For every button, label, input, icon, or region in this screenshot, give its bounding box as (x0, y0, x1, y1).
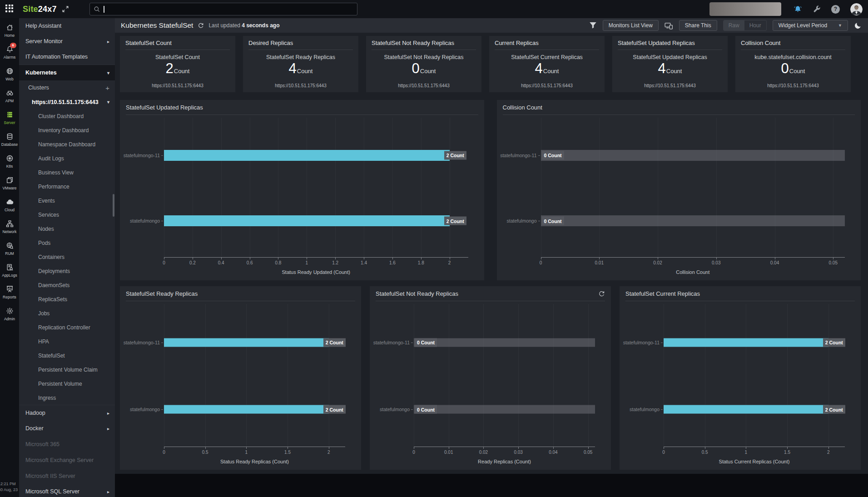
bar[interactable] (164, 150, 450, 161)
notifications-bell-icon[interactable] (794, 5, 802, 14)
stat-card-monitor-link[interactable]: https://10.51.51.175:6443 (495, 83, 599, 88)
stat-card-metric-label: StatefulSet Ready Replicas (248, 54, 353, 60)
sidebar-item-nodes[interactable]: Nodes (19, 222, 115, 236)
rail-item-reports[interactable]: Reports (0, 285, 19, 307)
sidebar-item-label: Namespace Dashboard (38, 141, 95, 148)
rail-item-server[interactable]: Server (0, 111, 19, 133)
sidebar-item-cluster-dashboard[interactable]: Cluster Dashboard (19, 109, 115, 123)
dark-mode-moon-icon[interactable] (854, 22, 862, 30)
sidebar-item-persistent-volume[interactable]: Persistent Volume (19, 377, 115, 391)
sidebar-item-docker[interactable]: Docker▸ (19, 421, 115, 436)
sidebar-item-kubernetes[interactable]: Kubernetes▾ (19, 65, 115, 80)
sidebar-item-microsoft-exchange-server[interactable]: Microsoft Exchange Server (19, 452, 115, 468)
rail-item-cloud[interactable]: Cloud (0, 198, 19, 220)
bar[interactable] (664, 338, 828, 347)
tick-mark (553, 447, 554, 449)
sidebar-item-ingress[interactable]: Ingress (19, 391, 115, 405)
sidebar-item-server-monitor[interactable]: Server Monitor▸ (19, 34, 115, 49)
stat-card-monitor-link[interactable]: https://10.51.51.175:6443 (741, 83, 845, 88)
sidebar-item-jobs[interactable]: Jobs (19, 306, 115, 320)
raw-toggle-option[interactable]: Raw (724, 20, 744, 30)
sidebar-item-events[interactable]: Events (19, 194, 115, 208)
sidebar-item-deployments[interactable]: Deployments (19, 264, 115, 278)
search-input[interactable] (104, 5, 353, 13)
sidebar-item-replicasets[interactable]: ReplicaSets (19, 292, 115, 306)
rail-item-label: Reports (3, 295, 16, 299)
tick-label: 1.5 (284, 450, 291, 455)
sidebar-item-namespace-dashboard[interactable]: Namespace Dashboard (19, 137, 115, 151)
sidebar-item-daemonsets[interactable]: DaemonSets (19, 278, 115, 292)
tools-wrench-icon[interactable] (813, 5, 821, 13)
bar[interactable] (664, 405, 828, 414)
rail-item-apm[interactable]: APM (0, 89, 19, 111)
help-icon[interactable]: ? (831, 5, 840, 14)
stat-card-monitor-link[interactable]: https://10.51.51.175:6443 (125, 83, 230, 88)
sidebar-item-hpa[interactable]: HPA (19, 334, 115, 348)
stat-card-monitor-link[interactable]: https://10.51.51.175:6443 (372, 83, 476, 88)
rail-item-network[interactable]: Network (0, 220, 19, 242)
devices-icon[interactable] (665, 22, 673, 30)
sidebar: Help AssistantServer Monitor▸IT Automati… (19, 18, 115, 497)
rail-item-applogs[interactable]: AppLogs (0, 263, 19, 285)
sidebar-item-pods[interactable]: Pods (19, 236, 115, 250)
apm-icon (6, 89, 14, 97)
monitors-list-view-button[interactable]: Monitors List View (603, 20, 659, 31)
fullscreen-expand-icon[interactable] (62, 5, 69, 13)
sidebar-item-clusters[interactable]: Clusters+ (19, 80, 115, 95)
bar[interactable] (164, 215, 450, 226)
sidebar-item-statefulset[interactable]: StatefulSet (19, 348, 115, 363)
tick-mark (414, 447, 414, 449)
sidebar-item-help-assistant[interactable]: Help Assistant (19, 18, 115, 34)
rail-item-admin[interactable]: Admin (0, 307, 19, 329)
divider (618, 50, 722, 50)
bar-value-label: 2 Count (323, 405, 346, 414)
stat-card-monitor-link[interactable]: https://10.51.51.175:6443 (248, 83, 353, 88)
sidebar-item-replication-controller[interactable]: Replication Controller (19, 320, 115, 334)
sidebar-item-microsoft-iis-server[interactable]: Microsoft IIS Server (19, 468, 115, 484)
stat-card-monitor-link[interactable]: https://10.51.51.175:6443 (618, 83, 722, 88)
sidebar-item-persistent-volume-claim[interactable]: Persistent Volume Claim (19, 363, 115, 377)
tick-mark (705, 447, 705, 449)
x-axis-label: Status Ready Replicas (Count) (164, 459, 345, 464)
gridline (288, 304, 288, 447)
sidebar-item-hadoop[interactable]: Hadoop▸ (19, 405, 115, 421)
rail-item-database[interactable]: Database (0, 133, 19, 154)
tick-mark (193, 258, 193, 259)
site24x7-logo[interactable]: Site24x7 (23, 5, 57, 14)
rail-item-home[interactable]: Home (0, 24, 19, 45)
stat-cards-row: StatefulSet CountStatefulSet Count2Count… (120, 36, 851, 92)
stat-card-unit: Count (543, 68, 559, 75)
page-header: Kubernetes StatefulSet Last updated 4 se… (115, 18, 868, 33)
rail-item-web[interactable]: Web (0, 67, 19, 89)
rail-item-k8s[interactable]: K8s (0, 154, 19, 176)
sidebar-item-microsoft-365[interactable]: Microsoft 365 (19, 436, 115, 452)
add-cluster-plus-icon[interactable]: + (105, 84, 109, 92)
user-avatar[interactable] (850, 3, 863, 15)
filter-funnel-icon[interactable] (589, 22, 597, 29)
sidebar-item-https-10-51-51-175-6443[interactable]: https://10.51.51.175:6443▾ (19, 95, 115, 109)
rail-item-vmware[interactable]: VMware (0, 176, 19, 198)
stat-card-collision-count: Collision Countkube.statefulset.collisio… (735, 36, 851, 92)
sidebar-item-microsoft-sql-server[interactable]: Microsoft SQL Server▸ (19, 484, 115, 497)
share-this-button[interactable]: Share This (679, 20, 717, 31)
bar[interactable] (164, 405, 329, 414)
bar[interactable] (164, 338, 329, 347)
app-grid-icon[interactable] (5, 5, 15, 14)
rail-item-rum[interactable]: RUM (0, 242, 19, 263)
tick-mark (599, 258, 600, 259)
sidebar-item-services[interactable]: Services (19, 208, 115, 222)
sidebar-item-label: Pods (38, 240, 50, 246)
hour-toggle-option[interactable]: Hour (744, 20, 766, 30)
category-label: statefulmongo (130, 218, 160, 224)
refresh-icon[interactable] (598, 290, 605, 297)
sidebar-item-inventory-dashboard[interactable]: Inventory Dashboard (19, 123, 115, 137)
widget-level-period-dropdown[interactable]: Widget Level Period ▼ (773, 20, 848, 31)
sidebar-item-audit-logs[interactable]: Audit Logs (19, 151, 115, 165)
sidebar-item-it-automation-templates[interactable]: IT Automation Templates (19, 49, 115, 65)
sidebar-item-business-view[interactable]: Business View (19, 165, 115, 179)
sidebar-item-containers[interactable]: Containers (19, 250, 115, 264)
sidebar-item-performance[interactable]: Performance (19, 179, 115, 194)
refresh-icon[interactable] (198, 22, 204, 29)
rail-item-alarms[interactable]: 6Alarms (0, 45, 19, 67)
sidebar-scrollbar-thumb[interactable] (113, 194, 114, 217)
